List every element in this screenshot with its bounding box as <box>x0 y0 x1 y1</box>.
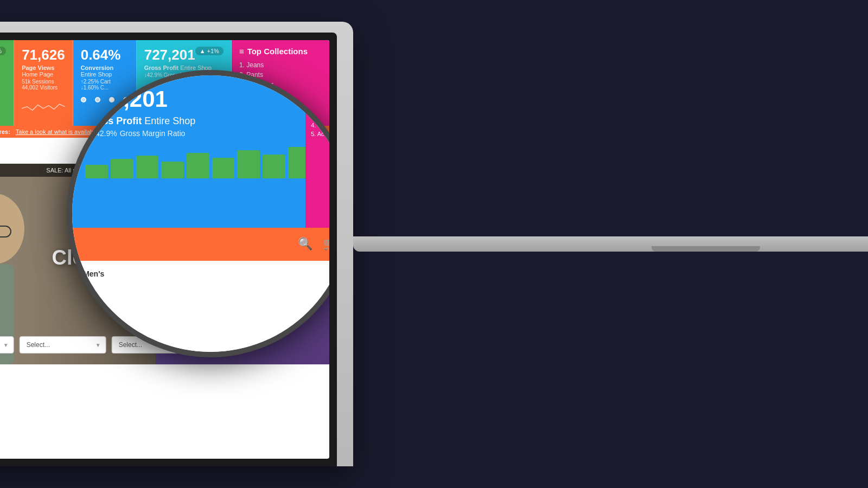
laptop-shell: ▸ inSites Last 7 Days vs. Year Before 2,… <box>0 22 353 466</box>
laptop-base <box>353 236 868 252</box>
magnified-collections-label: Top <box>311 86 329 92</box>
list-item: 3. Foo... <box>311 112 329 121</box>
list-item: 1. Jea... <box>311 95 329 104</box>
list-item: 2. Pan... <box>311 104 329 112</box>
mag-bar-3 <box>136 156 159 178</box>
page-views-card[interactable]: 71,626 Page Views Home Page 51k Sessions… <box>14 40 73 126</box>
notif-theme-label: Theme Features: <box>0 129 10 135</box>
mens-menu-item[interactable]: Men's <box>83 269 104 278</box>
total-sales-card[interactable]: 2,018,789 ▲ +15% Total Sales Entire Shop… <box>0 40 14 126</box>
magnified-action-bar: 🔍 🛒 <box>72 228 329 261</box>
total-sales-label: Total Sales Entire Shop <box>0 65 6 71</box>
cart-icon[interactable]: 🛒 <box>323 237 329 251</box>
total-sales-badge: ▲ +15% <box>0 47 6 55</box>
svg-rect-6 <box>0 226 11 237</box>
page-views-value: 71,626 <box>22 47 65 63</box>
gross-profit-value: 727,201 <box>144 47 195 63</box>
top-collections-header: ≡ Top Collections <box>239 47 322 56</box>
mag-bar-2 <box>111 159 133 178</box>
laptop-base-section <box>353 236 868 252</box>
page-views-label: Page Views Home Page <box>22 65 65 78</box>
list-item: 4. Shi... <box>311 121 329 130</box>
gross-profit-badge: ▲ +1% <box>195 47 224 55</box>
magnified-label: Gross Profit Entire Shop <box>85 115 329 127</box>
magnified-bar-chart <box>85 143 329 178</box>
department-filter[interactable]: Department... <box>0 336 14 354</box>
arrow-down-icon-mag: ▼ <box>85 129 93 138</box>
conversion-value: 0.64% <box>81 47 121 63</box>
screen: ▸ inSites Last 7 Days vs. Year Before 2,… <box>0 40 329 459</box>
mag-bar-6 <box>212 158 235 178</box>
magnified-value: 727,201 <box>85 86 168 112</box>
screen-bezel: ▸ inSites Last 7 Days vs. Year Before 2,… <box>0 33 337 466</box>
total-sales-sub: ↑1,256 Orders 2,668 Pcs <box>0 72 6 78</box>
department-filter-wrapper: Department... ▼ <box>0 336 14 354</box>
magnify-inner: 727,201 ▲ ▲ +1% Gross Profit Entire Shop <box>72 75 329 352</box>
page-views-chart <box>22 96 65 119</box>
mag-bar-1 <box>85 165 108 178</box>
mag-bar-5 <box>187 153 209 178</box>
pageviews-sparkline <box>22 98 65 119</box>
search-icon[interactable]: 🔍 <box>298 237 312 251</box>
sales-sparkline <box>0 98 6 119</box>
page-views-sub: 51k Sessions 44,002 Visitors <box>22 79 65 91</box>
magnified-store-section: Men's <box>72 261 329 352</box>
store-menu: Men's <box>83 269 104 278</box>
magnified-gross-profit: 727,201 ▲ ▲ +1% Gross Profit Entire Shop <box>72 75 329 228</box>
mag-bar-8 <box>263 155 285 178</box>
top-collections-title: Top Collections <box>247 47 308 56</box>
mag-bar-7 <box>237 150 260 178</box>
total-sales-chart <box>0 84 6 119</box>
collections-icon: ≡ <box>239 47 244 56</box>
magnified-collections-list: 1. Jea... 2. Pan... 3. Foo... 4. Shi... … <box>311 95 329 138</box>
arrow-up-icon-mag: ▲ <box>293 89 301 98</box>
list-item[interactable]: 1. Jeans <box>239 60 322 70</box>
magnified-sub: ▼ 42.9% Gross Margin Ratio <box>85 129 329 138</box>
svg-point-3 <box>0 194 24 264</box>
magnified-collections-partial: Top 1. Jea... 2. Pan... 3. Foo... 4. Shi… <box>305 75 329 228</box>
magnify-overlay: 727,201 ▲ ▲ +1% Gross Profit Entire Shop <box>67 70 329 357</box>
mag-bar-4 <box>161 162 184 178</box>
list-item: 5. Acc... <box>311 130 329 138</box>
arrow-up-icon-2: ▲ <box>200 48 206 54</box>
